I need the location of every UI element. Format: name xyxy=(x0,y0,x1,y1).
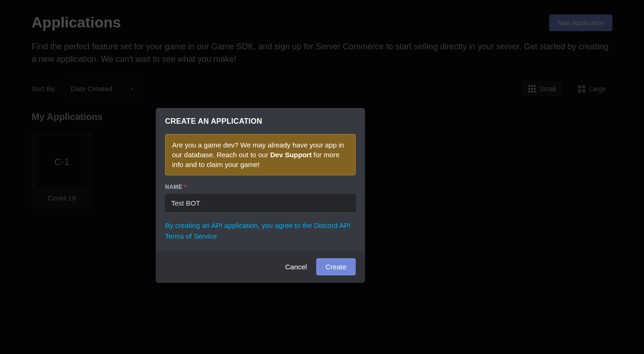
dev-support-link[interactable]: Dev Support xyxy=(270,151,312,159)
name-field-label: NAME * xyxy=(165,184,356,190)
create-button[interactable]: Create xyxy=(316,258,356,275)
info-banner: Are you a game dev? We may already have … xyxy=(165,134,356,175)
modal-title: CREATE AN APPLICATION xyxy=(165,117,356,126)
name-label-text: NAME xyxy=(165,184,182,190)
required-mark: * xyxy=(184,184,186,190)
create-application-modal: CREATE AN APPLICATION Are you a game dev… xyxy=(156,108,365,283)
name-input[interactable] xyxy=(165,194,356,212)
modal-footer: Cancel Create xyxy=(156,251,365,283)
tos-link[interactable]: By creating an API application, you agre… xyxy=(165,220,356,241)
cancel-button[interactable]: Cancel xyxy=(285,263,307,271)
